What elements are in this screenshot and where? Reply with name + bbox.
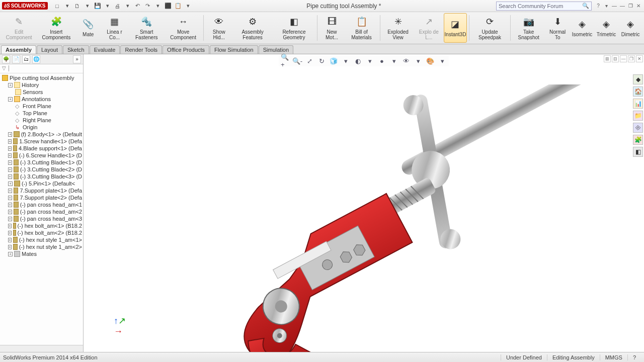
tab-display-icon[interactable]: 🌐 [32,55,40,63]
expand-icon[interactable]: + [8,203,12,207]
ribbon-isometric[interactable]: ◈Isometric [571,13,594,43]
tree-item-24[interactable]: +Mates [2,250,82,257]
hud-button-11[interactable]: ▾ [414,56,423,65]
ribbon-smart-fasteners[interactable]: 🔩Smart Fasteners [129,13,164,43]
viewport-control-1[interactable]: ⊟ [612,55,619,62]
qat-button-2[interactable]: 🗋 [74,3,81,10]
tab-render-tools[interactable]: Render Tools [120,45,162,54]
panel-scrollbar[interactable] [0,345,83,352]
ribbon-normal-to[interactable]: ⬇Normal To [545,13,570,43]
expand-icon[interactable]: + [8,238,12,242]
tree-item-19[interactable]: +(-) pan cross head_am<3 [2,215,82,222]
tab-simulation[interactable]: Simulation [259,45,293,54]
tree-item-18[interactable]: +(-) pan cross head_am<2 [2,208,82,215]
tree-item-15[interactable]: +7.Support plate<1> (Defa [2,187,82,194]
expand-icon[interactable]: + [8,245,12,249]
hud-button-12[interactable]: 🎨 [426,56,435,65]
feature-tree[interactable]: Pipe cutting tool Assembly+HistorySensor… [0,73,83,345]
taskpane-tab-0[interactable]: ◆ [633,74,643,84]
status-units[interactable]: MMGS [600,354,627,360]
ribbon-bill-of-materials[interactable]: 📋Bill of Materials [345,13,377,43]
tree-item-10[interactable]: +(-) 6.Screw Handle<1> (D [2,152,82,159]
qat-button-0[interactable]: □ [54,3,61,10]
expand-icon[interactable]: + [8,167,12,172]
tree-item-21[interactable]: +(-) hex bolt_am<2> (B18.2 [2,229,82,236]
ribbon-instant3d[interactable]: ◪Instant3D [444,13,467,43]
viewport-control-4[interactable]: ✕ [636,55,643,62]
tab-layout[interactable]: Layout [37,45,62,54]
expand-icon[interactable]: + [8,182,13,186]
expand-icon[interactable]: + [8,153,12,158]
viewport-control-3[interactable]: ❐ [628,55,635,62]
expand-icon[interactable]: + [8,189,12,193]
hud-button-7[interactable]: ▾ [365,56,374,65]
ribbon-new-mot-[interactable]: 🎞New Mot... [319,13,345,43]
qat-button-7[interactable]: ▾ [124,3,131,10]
expand-icon[interactable]: + [8,174,12,179]
tree-item-3[interactable]: Front Plane [2,103,82,110]
expand-icon[interactable]: + [8,210,12,214]
window-control-5[interactable]: ✕ [635,3,642,10]
tab-assembly[interactable]: Assembly [1,45,36,54]
qat-button-13[interactable]: ▾ [185,3,192,10]
tree-root[interactable]: Pipe cutting tool Assembly [2,74,82,81]
viewport-control-2[interactable]: — [620,55,627,62]
tree-item-23[interactable]: +(-) hex nut style 1_am<2> [2,243,82,250]
tab-sketch[interactable]: Sketch [63,45,89,54]
tree-item-13[interactable]: +(-) 3.Cutting Blade<3> (D [2,173,82,180]
expand-icon[interactable]: + [8,97,13,102]
tree-item-16[interactable]: +7.Support plate<2> (Defa [2,194,82,201]
ribbon-show-hid-[interactable]: 👁Show Hid... [206,13,232,43]
qat-button-11[interactable]: ⬛ [165,3,172,10]
ribbon-update-speedpak[interactable]: ⟳Update Speedpak [471,13,509,43]
tree-item-2[interactable]: +Annotations [2,96,82,103]
hud-button-3[interactable]: ↻ [317,56,326,65]
expand-icon[interactable]: + [8,146,12,151]
tree-item-14[interactable]: +(-) 5.Pin<1> (Default< [2,180,82,187]
window-control-3[interactable]: — [619,3,626,10]
tree-item-9[interactable]: +4.Blade support<1> (Defa [2,145,82,152]
ribbon-exploded-view[interactable]: ✳Exploded View [382,13,414,43]
hud-button-13[interactable]: ▾ [438,56,447,65]
tree-item-5[interactable]: Right Plane [2,117,82,124]
tree-item-11[interactable]: +(-) 3.Cutting Blade<1> (D [2,159,82,166]
ribbon-assembly-features[interactable]: ⚙Assembly Features [233,13,272,43]
ribbon-reference-geometry[interactable]: ◧Reference Geometry [273,13,315,43]
tab-property-icon[interactable]: 📄 [12,55,20,63]
tree-filter[interactable]: ▽ │ [0,64,83,73]
ribbon-trimetric[interactable]: ◈Trimetric [595,13,618,43]
tree-item-20[interactable]: +(-) hex bolt_am<1> (B18.2 [2,222,82,229]
qat-button-9[interactable]: ↷ [144,3,151,10]
hud-button-2[interactable]: ⤢ [305,56,314,65]
qat-button-10[interactable]: ▾ [154,3,162,10]
window-control-1[interactable]: ▾ [603,3,610,10]
expand-icon[interactable]: + [8,217,12,221]
expand-icon[interactable]: + [8,132,12,137]
tree-item-12[interactable]: +(-) 3.Cutting Blade<2> (D [2,166,82,173]
window-control-0[interactable]: ? [595,3,602,10]
hud-button-6[interactable]: ◐ [353,56,362,65]
tree-item-6[interactable]: Origin [2,124,82,131]
ribbon-take-snapshot[interactable]: 📷Take Snapshot [513,13,544,43]
hud-button-9[interactable]: ▾ [389,56,398,65]
tree-item-1[interactable]: Sensors [2,88,82,96]
ribbon-mate[interactable]: 📎Mate [76,13,100,43]
qat-button-4[interactable]: 💾 [94,3,101,10]
tab-office-products[interactable]: Office Products [163,45,209,54]
hud-button-1[interactable]: 🔍- [293,56,302,65]
ribbon-move-component[interactable]: ↔Move Component [165,13,202,43]
qat-button-3[interactable]: ▾ [84,3,91,10]
expand-icon[interactable]: + [8,83,13,87]
status-help-icon[interactable]: ? [627,354,641,360]
expand-icon[interactable]: + [8,139,12,144]
hud-button-8[interactable]: ● [377,56,386,65]
panel-tabs[interactable]: 🌳 📄 🗂 🌐 » [0,54,83,64]
hud-button-4[interactable]: 🧊 [329,56,338,65]
ribbon-dimetric[interactable]: ◈Dimetric [619,13,642,43]
tree-item-17[interactable]: +(-) pan cross head_am<1 [2,201,82,208]
qat-button-12[interactable]: 📋 [175,3,182,10]
expand-icon[interactable]: + [8,224,12,228]
graphics-viewport[interactable]: 🔍+🔍-⤢↻🧊▾◐▾●▾👁▾🎨▾ ⊞⊟—❐✕ ◆🏠📊📁🞜🧩◧ [84,54,644,352]
tree-item-7[interactable]: +(f) 2.Body<1> -> (Default [2,131,82,138]
expand-icon[interactable]: + [8,252,13,256]
